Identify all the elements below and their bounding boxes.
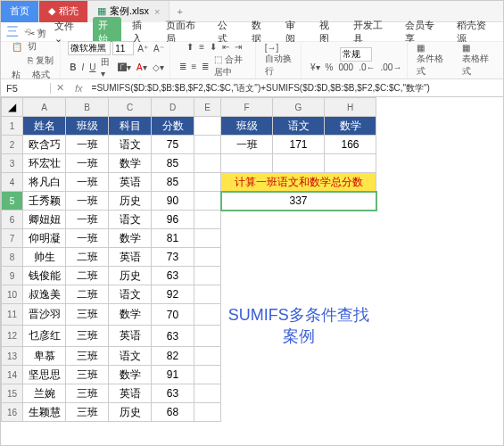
col-D[interactable]: D <box>152 98 194 117</box>
row-head-13[interactable]: 13 <box>2 347 23 366</box>
cell[interactable] <box>194 304 221 326</box>
row-head-7[interactable]: 7 <box>2 229 23 248</box>
cell[interactable]: 语文 <box>109 347 152 366</box>
cell[interactable] <box>273 248 325 267</box>
cell[interactable]: 68 <box>152 403 194 422</box>
cell[interactable] <box>273 347 325 366</box>
cell[interactable]: 仰明凝 <box>23 229 66 248</box>
cell[interactable]: 壬秀颖 <box>23 192 66 211</box>
fx-icon[interactable]: fx <box>70 83 88 94</box>
cell[interactable]: 历史 <box>109 403 152 422</box>
cell[interactable]: 历史 <box>109 192 152 211</box>
cell[interactable] <box>194 267 221 285</box>
cell[interactable] <box>221 285 273 304</box>
cell[interactable]: 卿妞妞 <box>23 211 66 229</box>
col-G[interactable]: G <box>273 98 325 117</box>
cell[interactable] <box>273 154 325 173</box>
align-mid-icon[interactable]: ≡ <box>197 41 206 53</box>
cell[interactable]: 一班 <box>221 136 273 154</box>
cell[interactable] <box>221 267 273 285</box>
cell[interactable]: 166 <box>325 136 376 154</box>
italic-button[interactable]: I <box>79 62 86 73</box>
align-bot-icon[interactable]: ⬇ <box>208 41 219 53</box>
wrap-button[interactable]: [→]自动换行 <box>263 42 297 78</box>
align-top-icon[interactable]: ⬆ <box>185 41 195 53</box>
cell[interactable]: 英语 <box>109 384 152 403</box>
cell[interactable]: 卑慕 <box>23 347 66 366</box>
table-style-button[interactable]: ▦表格样式 <box>460 42 494 78</box>
cell[interactable]: 81 <box>152 229 194 248</box>
cell[interactable]: 三班 <box>66 384 109 403</box>
fx-cancel-icon[interactable]: ✕ <box>51 82 70 94</box>
add-tab-button[interactable]: + <box>169 6 189 17</box>
cell[interactable]: 叔逸美 <box>23 285 66 304</box>
cell[interactable] <box>194 403 221 422</box>
cell[interactable]: 晋沙羽 <box>23 304 66 326</box>
close-icon[interactable]: × <box>154 6 160 17</box>
cell[interactable]: 数学 <box>109 154 152 173</box>
percent-icon[interactable]: % <box>324 62 335 73</box>
cell[interactable] <box>273 211 325 229</box>
cell[interactable] <box>194 192 221 211</box>
cell[interactable]: 75 <box>152 136 194 154</box>
cell[interactable] <box>221 154 273 173</box>
cell[interactable] <box>325 211 376 229</box>
row-head-3[interactable]: 3 <box>2 154 23 173</box>
cell[interactable]: 英语 <box>109 248 152 267</box>
formula-input[interactable]: =SUMIFS($D:$D,$B:$B,$F2,$C:$C,"语文")+SUMI… <box>88 82 503 95</box>
number-format-select[interactable] <box>340 47 372 62</box>
cell[interactable]: 85 <box>152 154 194 173</box>
dec-inc-icon[interactable]: .0← <box>357 62 376 73</box>
row-head-11[interactable]: 11 <box>2 304 23 326</box>
paste-button[interactable]: 📋 <box>10 41 24 53</box>
row-head-8[interactable]: 8 <box>2 248 23 267</box>
indent-dec-icon[interactable]: ⇤ <box>220 41 231 53</box>
fill-color-button[interactable]: 🅵▾ <box>116 62 133 73</box>
cell[interactable] <box>273 403 325 422</box>
cell[interactable] <box>194 229 221 248</box>
col-B[interactable]: B <box>66 98 109 117</box>
align-center-icon[interactable]: ≡ <box>190 61 199 72</box>
cell[interactable]: 姓名 <box>23 117 66 136</box>
cell[interactable] <box>194 326 221 347</box>
comma-icon[interactable]: 000 <box>337 62 356 73</box>
cell[interactable]: 钱俊能 <box>23 267 66 285</box>
cell[interactable]: 语文 <box>273 117 325 136</box>
indent-inc-icon[interactable]: ⇥ <box>233 41 244 53</box>
cell[interactable] <box>325 366 376 384</box>
cell[interactable] <box>194 248 221 267</box>
cell[interactable]: 语文 <box>109 211 152 229</box>
cell[interactable]: 171 <box>273 136 325 154</box>
tab-home[interactable]: 首页 <box>1 1 39 22</box>
cell[interactable]: 63 <box>152 267 194 285</box>
cell[interactable]: 乜彦红 <box>23 326 66 347</box>
col-C[interactable]: C <box>109 98 152 117</box>
cell[interactable]: 坚思思 <box>23 366 66 384</box>
cell[interactable]: 英语 <box>109 173 152 192</box>
row-head-1[interactable]: 1 <box>2 117 23 136</box>
cell[interactable]: 语文 <box>109 136 152 154</box>
cell[interactable]: 三班 <box>66 326 109 347</box>
cell[interactable]: 数学 <box>109 304 152 326</box>
col-E[interactable]: E <box>194 98 221 117</box>
row-head-10[interactable]: 10 <box>2 285 23 304</box>
cell[interactable]: 分数 <box>152 117 194 136</box>
cell[interactable] <box>325 384 376 403</box>
name-box[interactable]: F5 <box>1 83 51 94</box>
currency-icon[interactable]: ¥▾ <box>309 62 322 73</box>
font-shrink-icon[interactable]: A⁻ <box>152 43 166 54</box>
big-text-cell[interactable]: SUMIFS多条件查找案例 <box>221 304 376 347</box>
cell[interactable]: 班级 <box>66 117 109 136</box>
cell[interactable]: 数学 <box>325 117 376 136</box>
col-H[interactable]: H <box>325 98 376 117</box>
cell[interactable] <box>221 248 273 267</box>
cell[interactable] <box>273 384 325 403</box>
row-head-16[interactable]: 16 <box>2 403 23 422</box>
cell[interactable]: 一班 <box>66 211 109 229</box>
cell[interactable] <box>325 154 376 173</box>
cell[interactable] <box>325 248 376 267</box>
total-cell[interactable]: 337 <box>221 192 376 211</box>
cell[interactable]: 82 <box>152 347 194 366</box>
cell[interactable]: 数学 <box>109 229 152 248</box>
cell[interactable] <box>325 267 376 285</box>
